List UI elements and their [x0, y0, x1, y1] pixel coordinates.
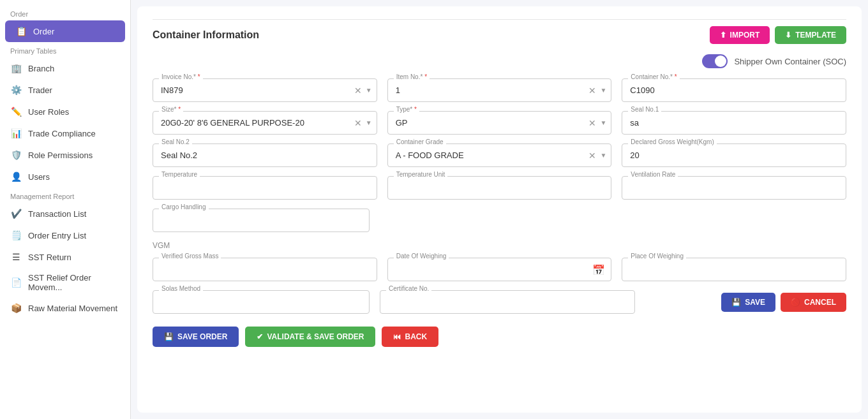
sidebar-item-raw-material[interactable]: 📦 Raw Material Movement	[0, 297, 130, 319]
sidebar-item-sst-relief-label: SST Relief Order Movem...	[28, 273, 120, 292]
container-grade-clear[interactable]: ✕	[587, 151, 597, 161]
container-no-input[interactable]	[622, 78, 846, 102]
cancel-button-label: CANCEL	[804, 298, 836, 307]
save-cancel-group: 💾 SAVE 🚫 CANCEL	[721, 293, 846, 312]
sidebar-item-branch[interactable]: 🏢 Branch	[0, 57, 130, 79]
back-icon: ⏮	[393, 332, 401, 341]
declared-gross-label: Declared Gross Weight(Kgm)	[628, 138, 716, 145]
save-order-button[interactable]: 💾 SAVE ORDER	[153, 327, 239, 347]
sidebar-item-trader[interactable]: ⚙️ Trader	[0, 79, 130, 101]
type-select[interactable]: GP	[387, 111, 612, 135]
item-no-label: Item No.*	[394, 73, 430, 80]
validate-save-button[interactable]: ✔ VALIDATE & SAVE ORDER	[245, 327, 375, 347]
toggle-knob	[715, 55, 726, 67]
cargo-handling-group: Cargo Handling	[153, 209, 370, 232]
sidebar-item-order[interactable]: 📋 Order	[5, 20, 125, 42]
temperature-input[interactable]	[153, 176, 377, 200]
form-row-5: Cargo Handling	[153, 209, 846, 232]
cargo-handling-label: Cargo Handling	[159, 203, 209, 210]
ventilation-rate-input[interactable]	[622, 176, 846, 200]
sidebar-item-order-entry-list[interactable]: 🗒️ Order Entry List	[0, 224, 130, 246]
sidebar-item-raw-material-label: Raw Material Movement	[28, 304, 117, 313]
temperature-unit-select[interactable]	[387, 176, 612, 200]
item-no-actions: ✕ ▼	[587, 85, 606, 96]
users-icon: 👤	[10, 171, 22, 182]
sidebar-section-mgmt: Management Report	[0, 187, 130, 203]
sidebar-section-primary: Primary Tables	[0, 42, 130, 57]
download-icon: ⬇	[785, 31, 791, 40]
sidebar-item-order-entry-list-label: Order Entry List	[28, 231, 86, 240]
type-arrow: ▼	[600, 119, 606, 126]
place-weighing-input[interactable]	[622, 258, 846, 281]
soc-toggle[interactable]	[702, 54, 728, 68]
calendar-icon[interactable]: 📅	[592, 263, 605, 276]
type-clear[interactable]: ✕	[587, 118, 597, 128]
save-button-label: SAVE	[745, 298, 765, 307]
item-no-select[interactable]: 1	[387, 78, 612, 102]
place-weighing-group: Place Of Weighing	[622, 258, 846, 281]
sidebar-item-users[interactable]: 👤 Users	[0, 166, 130, 187]
date-weighing-group: Date Of Weighing 📅	[387, 258, 612, 281]
seal-no2-group: Seal No.2	[153, 143, 377, 167]
form-row-3: Seal No.2 Container Grade A - FOOD GRADE…	[153, 143, 846, 167]
container-no-label: Container No.*	[628, 73, 679, 80]
solas-method-select[interactable]	[153, 290, 370, 314]
upload-icon: ⬆	[720, 31, 726, 40]
size-actions: ✕ ▼	[353, 118, 372, 128]
size-select[interactable]: 20G0-20' 8'6 GENERAL PURPOSE-20	[153, 111, 377, 135]
date-weighing-input[interactable]	[387, 258, 612, 281]
verified-gross-group: Verified Gross Mass	[153, 258, 377, 281]
invoice-no-clear[interactable]: ✕	[353, 85, 363, 96]
seal-no1-input[interactable]	[622, 111, 846, 135]
vgm-section: VGM Verified Gross Mass Date Of Weighing…	[153, 241, 846, 314]
verified-gross-input[interactable]	[153, 258, 377, 281]
form-row-4: Temperature Temperature Unit Ventilation…	[153, 176, 846, 200]
sidebar-item-user-roles[interactable]: ✏️ User Roles	[0, 101, 130, 122]
container-grade-arrow: ▼	[600, 152, 606, 159]
item-no-clear[interactable]: ✕	[587, 85, 597, 96]
size-clear[interactable]: ✕	[353, 118, 363, 128]
sidebar-item-sst-return[interactable]: ☰ SST Return	[0, 246, 130, 268]
role-permissions-icon: 🛡️	[10, 149, 22, 161]
content-area: Container Information ⬆ IMPORT ⬇ TEMPLAT…	[137, 6, 862, 413]
import-button[interactable]: ⬆ IMPORT	[710, 26, 770, 44]
declared-gross-input[interactable]	[622, 143, 846, 167]
vgm-row-1: Verified Gross Mass Date Of Weighing 📅 P…	[153, 258, 846, 281]
sidebar-item-role-permissions-label: Role Permissions	[28, 151, 93, 160]
header-buttons: ⬆ IMPORT ⬇ TEMPLATE	[710, 26, 846, 44]
invoice-no-select[interactable]: IN879	[153, 78, 377, 102]
seal-no2-input[interactable]	[153, 143, 377, 167]
certificate-no-label: Certificate No.	[386, 285, 431, 292]
raw-material-icon: 📦	[10, 302, 22, 314]
trade-compliance-icon: 📊	[10, 128, 22, 139]
sidebar-item-sst-return-label: SST Return	[28, 253, 71, 262]
form-row-2: Size* 20G0-20' 8'6 GENERAL PURPOSE-20 ✕ …	[153, 111, 846, 135]
save-button[interactable]: 💾 SAVE	[721, 293, 775, 312]
sidebar-item-transaction-list[interactable]: ✔️ Transaction List	[0, 203, 130, 224]
validate-save-label: VALIDATE & SAVE ORDER	[267, 332, 364, 341]
content-header: Container Information ⬆ IMPORT ⬇ TEMPLAT…	[153, 26, 846, 44]
save-order-icon: 💾	[164, 332, 174, 341]
sidebar-item-role-permissions[interactable]: 🛡️ Role Permissions	[0, 144, 130, 166]
size-label: Size*	[159, 106, 183, 113]
place-weighing-label: Place Of Weighing	[628, 253, 686, 260]
solas-method-group: Solas Method	[153, 290, 370, 314]
certificate-no-input[interactable]	[380, 290, 635, 314]
main-content: Container Information ⬆ IMPORT ⬇ TEMPLAT…	[131, 0, 868, 419]
sidebar-item-trade-compliance[interactable]: 📊 Trade Compliance	[0, 122, 130, 144]
verified-gross-label: Verified Gross Mass	[159, 253, 221, 260]
bottom-buttons: 💾 SAVE ORDER ✔ VALIDATE & SAVE ORDER ⏮ B…	[153, 327, 846, 347]
page-title: Container Information	[153, 29, 259, 41]
order-icon: 📋	[15, 26, 27, 37]
cancel-button[interactable]: 🚫 CANCEL	[781, 293, 846, 312]
cargo-handling-input[interactable]	[153, 209, 370, 232]
sst-relief-icon: 📄	[10, 277, 22, 288]
container-grade-select[interactable]: A - FOOD GRADE	[387, 143, 612, 167]
template-button[interactable]: ⬇ TEMPLATE	[775, 26, 846, 44]
container-grade-label: Container Grade	[394, 138, 446, 145]
top-divider	[153, 19, 846, 20]
invoice-no-actions: ✕ ▼	[353, 85, 372, 96]
size-group: Size* 20G0-20' 8'6 GENERAL PURPOSE-20 ✕ …	[153, 111, 377, 135]
sidebar-item-sst-relief[interactable]: 📄 SST Relief Order Movem...	[0, 268, 130, 297]
back-button[interactable]: ⏮ BACK	[382, 327, 438, 347]
